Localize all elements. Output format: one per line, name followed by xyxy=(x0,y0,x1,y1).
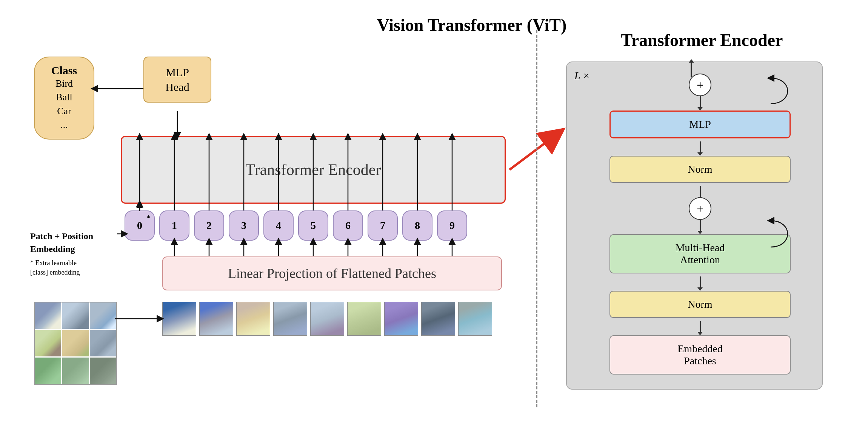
token-6: 6 xyxy=(333,210,363,241)
token-9: 9 xyxy=(437,210,467,241)
te-label: Transformer Encoder xyxy=(246,161,381,179)
img-cell-1 xyxy=(35,302,61,329)
img-cell-8 xyxy=(62,358,89,384)
enc-mlp-label: MLP xyxy=(689,118,711,130)
encoder-block: + MLP Norm xyxy=(593,74,807,378)
img-patch-4 xyxy=(273,302,307,336)
encoder-detail-title: Transformer Encoder xyxy=(566,30,838,50)
img-patch-5 xyxy=(310,302,344,336)
lp-label: Linear Projection of Flattened Patches xyxy=(228,266,436,281)
transformer-encoder-box: Transformer Encoder xyxy=(121,136,506,204)
enc-norm2-label: Norm xyxy=(688,298,712,310)
linear-proj-box: Linear Projection of Flattened Patches xyxy=(162,256,502,290)
token-8: 8 xyxy=(402,210,432,241)
img-cell-3 xyxy=(90,302,116,329)
encoder-box: L × + MLP xyxy=(566,61,823,390)
svg-line-27 xyxy=(509,136,555,170)
enc-mha-box: Multi-HeadAttention xyxy=(609,234,791,273)
enc-embedded-box: EmbeddedPatches xyxy=(609,335,791,375)
img-cell-9 xyxy=(90,358,116,384)
enc-norm1-box: Norm xyxy=(609,156,791,183)
top-arrow-out xyxy=(691,62,692,77)
l-label: L × xyxy=(574,70,590,82)
img-patch-6 xyxy=(347,302,381,336)
img-cell-5 xyxy=(62,330,89,356)
token-1: 1 xyxy=(159,210,189,241)
main-diagram: Vision Transformer (ViT) Class BirdBallC… xyxy=(0,0,868,436)
image-row-large xyxy=(162,302,492,336)
img-patch-9 xyxy=(458,302,492,336)
section-divider xyxy=(536,30,537,407)
patch-pos-note: * Extra learnable[class] embedding xyxy=(30,258,113,277)
img-patch-2 xyxy=(199,302,233,336)
patch-pos-label: Patch + PositionEmbedding * Extra learna… xyxy=(30,230,113,278)
token-0: 0 * xyxy=(125,210,155,241)
enc-mha-label: Multi-HeadAttention xyxy=(676,242,725,266)
enc-embedded-label: EmbeddedPatches xyxy=(677,343,723,367)
token-7: 7 xyxy=(368,210,398,241)
class-title: Class xyxy=(45,64,83,77)
img-patch-8 xyxy=(421,302,455,336)
img-patch-3 xyxy=(236,302,270,336)
img-cell-7 xyxy=(35,358,61,384)
img-patch-7 xyxy=(384,302,418,336)
img-patch-1 xyxy=(162,302,196,336)
token-3: 3 xyxy=(229,210,259,241)
enc-norm2-box: Norm xyxy=(609,291,791,318)
img-cell-4 xyxy=(35,330,61,356)
mlp-head-box: MLPHead xyxy=(143,57,211,103)
bottom-plus-circle: + xyxy=(689,197,711,220)
class-items: BirdBallCar... xyxy=(45,77,83,132)
enc-mlp-box: MLP xyxy=(609,111,791,138)
enc-norm1-label: Norm xyxy=(688,163,712,175)
img-cell-2 xyxy=(62,302,89,329)
token-4: 4 xyxy=(263,210,294,241)
token-5: 5 xyxy=(298,210,328,241)
mlp-head-text: MLPHead xyxy=(155,65,199,94)
token-2: 2 xyxy=(194,210,224,241)
tokens-row: 0 * 1 2 3 4 5 6 7 8 9 xyxy=(125,210,467,241)
image-grid-small xyxy=(34,302,117,385)
img-cell-6 xyxy=(90,330,116,356)
top-plus-circle: + xyxy=(689,74,711,96)
class-box: Class BirdBallCar... xyxy=(34,57,94,140)
encoder-detail: Transformer Encoder L × + MLP xyxy=(566,30,838,390)
